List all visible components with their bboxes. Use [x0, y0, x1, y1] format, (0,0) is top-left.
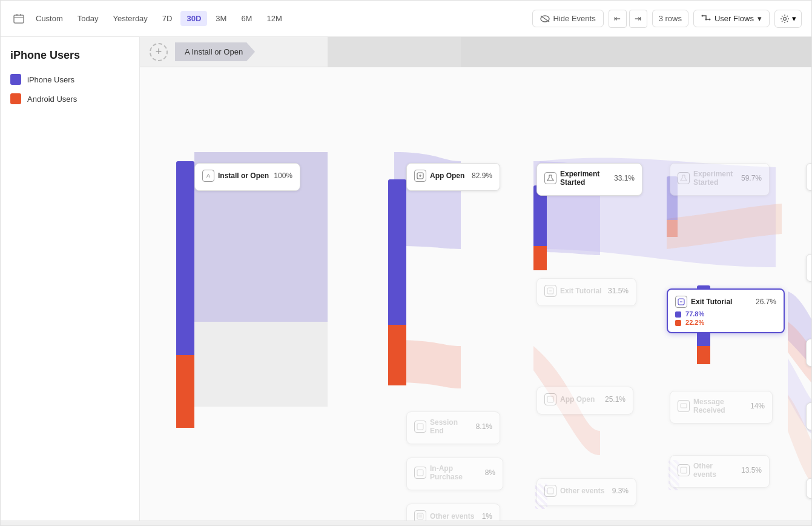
exit-tutorial-pct-h: 26.7%: [756, 298, 776, 306]
header-right: Hide Events ⇤ ⇥ 3 rows User Flows ▾: [532, 10, 802, 28]
session-end-pct: 8.1%: [476, 422, 492, 431]
hide-events-btn[interactable]: Hide Events: [532, 10, 604, 27]
svg-point-8: [708, 18, 710, 20]
svg-rect-19: [547, 396, 553, 402]
bar-install-open: [176, 161, 194, 428]
android-label: Android Users: [27, 95, 77, 104]
other-events-icon-4: [678, 464, 690, 476]
settings-btn[interactable]: ▾: [774, 10, 802, 28]
svg-rect-22: [417, 424, 423, 430]
node-message-received[interactable]: Message Received: [806, 163, 811, 191]
svg-rect-2: [16, 14, 18, 16]
node-exit-tutorial-3[interactable]: Exit Tutorial: [806, 254, 811, 282]
other-events-label-2: Other events: [430, 512, 478, 521]
app-open-pct: 82.9%: [472, 171, 492, 180]
in-app-label: In-App Purchase: [430, 464, 481, 481]
6m-time-btn[interactable]: 6M: [235, 11, 258, 26]
calendar-icon: [10, 10, 27, 27]
app-open-pct-4: 25.1%: [605, 395, 626, 404]
node-session-end[interactable]: Session End 8.1%: [406, 411, 500, 444]
exit-tutorial-pct-1: 31.5%: [608, 287, 629, 295]
legend-android: Android Users: [10, 93, 130, 104]
node-dropoff-5[interactable]: Drop-off: [806, 478, 811, 499]
svg-rect-0: [14, 15, 24, 23]
bottom-bar: [1, 521, 811, 525]
exit-tutorial-label-1: Exit Tutorial: [560, 287, 604, 295]
rows-btn[interactable]: 3 rows: [652, 10, 688, 27]
install-label: Install or Open: [218, 171, 270, 180]
user-flows-btn[interactable]: User Flows ▾: [693, 10, 770, 27]
header: Custom Today Yesterday 7D 30D 3M 6M 12M …: [1, 1, 811, 37]
node-app-open-5[interactable]: App Open: [806, 339, 811, 367]
other-events-label-3: Other events: [560, 487, 609, 495]
3m-time-btn[interactable]: 3M: [210, 11, 233, 26]
svg-rect-3: [20, 14, 21, 16]
node-in-app-purchase[interactable]: In-App Purchase 8%: [406, 458, 503, 490]
message-label-5: Message Received: [693, 398, 747, 414]
in-app-pct: 8%: [485, 468, 495, 477]
bar-app-open: [388, 179, 406, 385]
experiment-pct-1: 33.1%: [614, 174, 635, 182]
nav-arrows: ⇤ ⇥: [609, 10, 647, 28]
experiment-pct-2: 59.7%: [741, 174, 762, 182]
flow-canvas: A Install or Open 100% App Open 82.9%: [140, 67, 811, 521]
other-events-icon-2: [414, 510, 426, 521]
svg-rect-21: [681, 404, 687, 408]
today-time-btn[interactable]: Today: [71, 11, 105, 26]
node-other-events-2[interactable]: Other events 1%: [406, 504, 500, 521]
main: iPhone Users iPhone Users Android Users …: [1, 37, 811, 521]
svg-rect-24: [417, 513, 423, 519]
message-icon-5: [678, 400, 690, 412]
bar-experiment-started: [533, 185, 547, 270]
svg-point-7: [705, 18, 707, 20]
android-dot: [10, 93, 21, 104]
user-flows-chevron: ▾: [758, 14, 762, 23]
custom-time-btn[interactable]: Custom: [30, 11, 69, 26]
sidebar-title: iPhone Users: [10, 49, 130, 62]
12m-time-btn[interactable]: 12M: [260, 11, 288, 26]
experiment-label-2: Experiment Started: [693, 170, 738, 187]
session-end-icon: [414, 421, 426, 433]
node-app-open-4[interactable]: App Open 25.1%: [536, 387, 633, 414]
svg-marker-10: [328, 37, 811, 67]
hide-events-label: Hide Events: [553, 14, 596, 23]
node-message-received-5[interactable]: Message Received 14%: [670, 391, 773, 424]
node-exit-tutorial-1[interactable]: Exit Tutorial 31.5%: [536, 278, 636, 306]
node-app-open[interactable]: App Open 82.9%: [406, 163, 500, 191]
yesterday-time-btn[interactable]: Yesterday: [107, 11, 154, 26]
app-open-label-4: App Open: [560, 395, 601, 404]
app-open-icon: [414, 170, 426, 182]
exit-tutorial-bars: 77.8% 22.2%: [675, 310, 776, 326]
settings-chevron: ▾: [792, 14, 796, 23]
exit-tutorial-icon-1: [544, 285, 556, 297]
svg-rect-28: [681, 467, 687, 473]
install-pct: 100%: [274, 171, 292, 180]
iphone-pct: 77.8%: [675, 310, 776, 318]
svg-rect-27: [547, 488, 553, 494]
node-experiment-1[interactable]: Experiment Started 33.1%: [536, 163, 642, 196]
other-events-pct-3: 9.3%: [612, 487, 629, 495]
30d-time-btn[interactable]: 30D: [180, 11, 207, 26]
node-experiment-2[interactable]: Experiment Started 59.7%: [670, 163, 770, 196]
expand-btn[interactable]: ⇥: [629, 10, 647, 28]
canvas[interactable]: + A Install or Open: [140, 37, 811, 521]
svg-point-6: [701, 15, 703, 16]
svg-marker-11: [461, 37, 811, 67]
node-other-events-3[interactable]: Other events 9.3%: [536, 478, 636, 506]
node-exit-tutorial-highlighted[interactable]: Exit Tutorial 26.7% 77.8% 22.2%: [667, 288, 785, 333]
add-step-btn[interactable]: +: [150, 43, 168, 61]
other-events-label-4: Other events: [693, 462, 738, 479]
node-other-events-4[interactable]: Other events 13.5%: [670, 455, 770, 488]
app-container: Custom Today Yesterday 7D 30D 3M 6M 12M …: [0, 0, 812, 526]
compress-btn[interactable]: ⇤: [609, 10, 627, 28]
breadcrumb-row: + A Install or Open: [140, 37, 811, 67]
exit-tutorial-label-h: Exit Tutorial: [691, 298, 752, 306]
install-icon: A: [202, 170, 214, 182]
exit-tutorial-icon-h: [675, 296, 687, 308]
7d-time-btn[interactable]: 7D: [156, 11, 179, 26]
experiment-label-1: Experiment Started: [560, 170, 610, 187]
node-other-events-5[interactable]: Other events: [806, 402, 811, 430]
app-open-label: App Open: [430, 171, 468, 180]
breadcrumb-step[interactable]: A Install or Open: [175, 42, 255, 61]
node-install-open[interactable]: A Install or Open 100%: [194, 163, 300, 191]
